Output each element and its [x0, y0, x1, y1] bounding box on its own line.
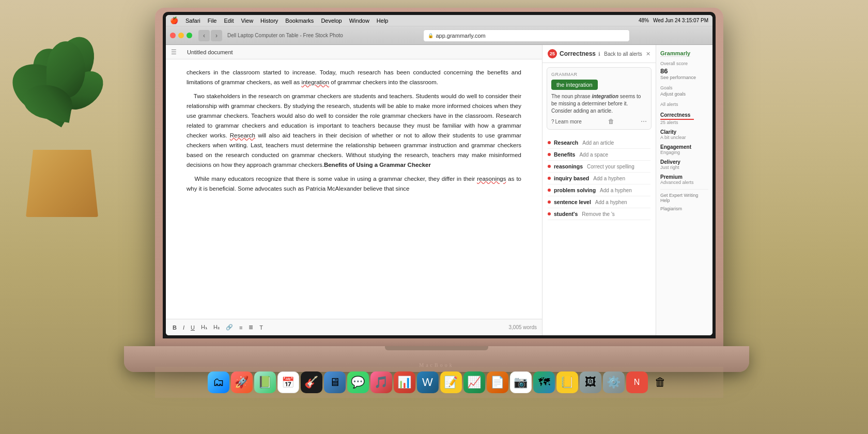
all-alerts-label: All alerts	[660, 102, 708, 107]
flagged-word-research: Research	[230, 132, 255, 138]
adjust-goals-link[interactable]: Adjust goals	[660, 91, 708, 97]
alert-item-benefits[interactable]: Benefits Add a space	[548, 149, 650, 161]
premium-score-item[interactable]: Premium Advanced alerts	[660, 174, 708, 185]
menu-safari[interactable]: Safari	[185, 18, 200, 24]
apple-menu[interactable]: 🍎	[170, 17, 178, 24]
alert-dot	[548, 189, 551, 192]
dock-photos[interactable]: 📷	[510, 371, 532, 393]
see-performance-link[interactable]: See performance	[660, 75, 708, 80]
engagement-label: Engagement	[660, 144, 708, 150]
overall-score-section: Overall score 86 See performance	[660, 61, 708, 80]
dock-launchpad[interactable]: 🚀	[231, 371, 253, 393]
grammar-label: GRAMMAR	[551, 72, 647, 77]
dock-news[interactable]: N	[626, 371, 648, 393]
alert-word: Benefits	[554, 151, 575, 158]
address-bar[interactable]: 🔒 app.grammarly.com	[423, 29, 630, 42]
grammarly-alerts-panel: 25 Correctness ℹ Back to all alerts ✕ GR…	[542, 45, 656, 335]
h2-button[interactable]: H₂	[212, 323, 221, 331]
grammar-description: The noun phrase integration seems to be …	[551, 93, 647, 115]
close-panel-button[interactable]: ✕	[646, 51, 650, 57]
list-button[interactable]: ≡	[238, 324, 244, 331]
dock-numbers[interactable]: 📈	[463, 371, 485, 393]
minimize-button[interactable]	[178, 33, 184, 38]
menu-bookmarks[interactable]: Bookmarks	[285, 18, 314, 24]
scores-sidebar: Grammarly Overall score 86 See performan…	[656, 45, 712, 335]
menu-help[interactable]: Help	[377, 18, 389, 24]
learn-more-link[interactable]: ? Learn more	[551, 119, 582, 125]
dock-stickies[interactable]: 📝	[440, 371, 462, 393]
alert-dot	[548, 177, 551, 180]
goals-label: Goals	[660, 85, 708, 90]
dock-itunes[interactable]: 🎵	[370, 371, 392, 393]
flagged-word-reasonings: reasonings	[477, 176, 506, 182]
expert-writing-link[interactable]: Get Expert Writing Help	[660, 193, 708, 203]
fullscreen-button[interactable]	[187, 33, 192, 38]
back-button[interactable]: ‹	[198, 30, 210, 41]
more-options-button[interactable]: ⋯	[641, 118, 647, 125]
h1-button[interactable]: H₁	[199, 323, 209, 331]
dock-system-prefs[interactable]: ⚙️	[603, 371, 625, 393]
dock-word[interactable]: W	[417, 371, 439, 393]
bold-button[interactable]: B	[171, 324, 178, 331]
alert-item-research[interactable]: Research Add an article	[548, 137, 650, 149]
dock-garageband[interactable]: 🎸	[301, 371, 322, 393]
alert-dot	[548, 165, 551, 168]
menu-edit[interactable]: Edit	[224, 18, 234, 24]
alert-item-students[interactable]: student's Remove the 's	[548, 208, 650, 220]
underline-button[interactable]: U	[189, 324, 196, 331]
back-to-alerts[interactable]: Back to all alerts	[604, 51, 642, 57]
menu-window[interactable]: Window	[349, 18, 369, 24]
browser-tabbar: ‹ › Dell Laptop Computer on Table - Free…	[166, 26, 712, 45]
delete-suggestion-button[interactable]: 🗑	[608, 118, 614, 125]
alert-item-sentence-level[interactable]: sentence level Add a hyphen	[548, 196, 650, 208]
delivery-score-item[interactable]: Delivery Just right	[660, 159, 708, 170]
info-icon[interactable]: ℹ	[598, 51, 600, 57]
dock-powerpoint[interactable]: 📊	[394, 371, 415, 393]
italic-button[interactable]: I	[181, 324, 186, 331]
dock-calendar[interactable]: 📅	[277, 371, 299, 393]
correctness-score-item[interactable]: Correctness 25 alerts	[660, 112, 708, 125]
dock-messages[interactable]: 💬	[347, 371, 369, 393]
dock-contacts[interactable]: 📗	[254, 371, 276, 393]
alert-item-reasonings[interactable]: reasonings Correct your spelling	[548, 161, 650, 173]
alert-item-problem-solving[interactable]: problem solving Add a hyphen	[548, 184, 650, 196]
dock-finder[interactable]: 🗂	[208, 371, 229, 393]
format-toolbar: B I U H₁ H₂ 🔗 ≡ ≣ T	[171, 323, 265, 331]
alert-word: inquiry based	[554, 175, 589, 181]
dock-pages[interactable]: 📄	[487, 371, 508, 393]
traffic-lights	[170, 33, 192, 38]
plagiarism-link[interactable]: Plagiarism	[660, 206, 708, 211]
ordered-list-button[interactable]: ≣	[247, 323, 255, 331]
alert-dot	[548, 212, 551, 215]
menu-view[interactable]: View	[241, 18, 253, 24]
lock-icon: 🔒	[428, 33, 433, 38]
alert-action: Add an article	[582, 140, 614, 146]
text-format-button[interactable]: T	[258, 324, 265, 331]
correctness-sub: 25 alerts	[660, 120, 708, 125]
forward-button[interactable]: ›	[211, 30, 222, 41]
clarity-score-item[interactable]: Clarity A bit unclear	[660, 129, 708, 140]
dock-notes[interactable]: 📒	[556, 371, 578, 393]
suggestion-pill[interactable]: the integration	[551, 80, 598, 90]
document-content[interactable]: checkers in the classroom started to inc…	[166, 59, 542, 319]
engagement-score-item[interactable]: Engagement Engaging	[660, 144, 708, 155]
overall-score-label: Overall score	[660, 61, 708, 66]
link-button[interactable]: 🔗	[224, 323, 235, 331]
clarity-sub: A bit unclear	[660, 135, 708, 140]
macos-menubar: 🍎 Safari File Edit View History Bookmark…	[166, 15, 712, 26]
alert-dot	[548, 200, 551, 204]
dock-trash[interactable]: 🗑	[649, 371, 671, 393]
dock-preview[interactable]: 🖼	[580, 371, 601, 393]
menu-develop[interactable]: Develop	[321, 18, 342, 24]
alert-dot	[548, 141, 551, 144]
plant-foliage	[5, 36, 109, 165]
paragraph-3: While many educators recognize that ther…	[187, 174, 521, 194]
dock-maps[interactable]: 🗺	[533, 371, 555, 393]
menu-history[interactable]: History	[260, 18, 278, 24]
alert-item-inquiry-based[interactable]: inquiry based Add a hyphen	[548, 173, 650, 184]
dock-keynote[interactable]: 🖥	[324, 371, 346, 393]
menu-file[interactable]: File	[208, 18, 217, 24]
flagged-word-emphasis: integration	[592, 94, 618, 99]
close-button[interactable]	[170, 33, 176, 38]
tab-label[interactable]: Dell Laptop Computer on Table - Free Sto…	[227, 33, 343, 38]
